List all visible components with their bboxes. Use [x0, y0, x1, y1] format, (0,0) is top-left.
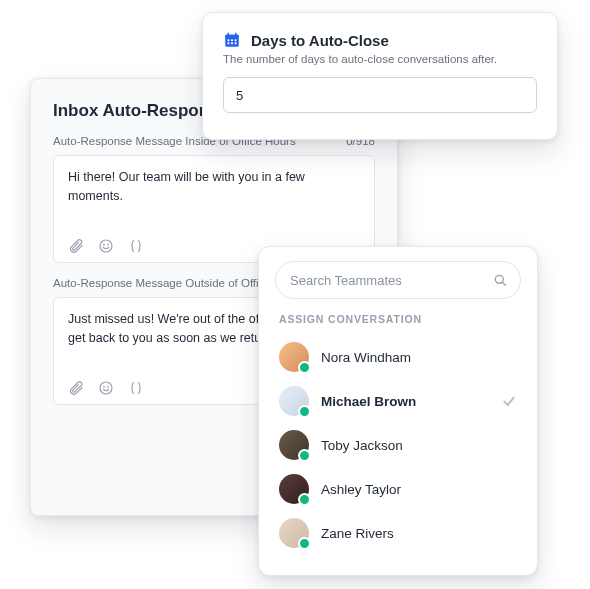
inside-hours-message[interactable]: Hi there! Our team will be with you in a… [68, 168, 360, 206]
teammate-row[interactable]: Toby Jackson [275, 423, 521, 467]
svg-rect-12 [235, 39, 237, 41]
svg-line-17 [502, 282, 505, 285]
teammate-row[interactable]: Nora Windham [275, 335, 521, 379]
svg-rect-10 [228, 39, 230, 41]
assign-conversation-popover: ASSIGN CONVERSATION Nora Windham Michael… [258, 246, 538, 576]
svg-point-3 [100, 382, 112, 394]
teammate-row[interactable]: Michael Brown [275, 379, 521, 423]
variable-icon[interactable] [128, 380, 144, 396]
avatar [279, 430, 309, 460]
teammate-name: Zane Rivers [321, 526, 394, 541]
teammate-name: Toby Jackson [321, 438, 403, 453]
search-teammates[interactable] [275, 261, 521, 299]
inside-hours-field: Auto-Response Message Inside of Office H… [53, 135, 375, 263]
calendar-icon [223, 31, 241, 49]
svg-rect-11 [231, 39, 233, 41]
svg-point-5 [108, 386, 109, 387]
avatar [279, 386, 309, 416]
svg-rect-8 [228, 33, 230, 37]
svg-point-0 [100, 240, 112, 252]
svg-rect-9 [235, 33, 237, 37]
avatar [279, 342, 309, 372]
search-icon[interactable] [492, 272, 508, 288]
auto-close-description: The number of days to auto-close convers… [223, 53, 537, 65]
svg-rect-7 [225, 35, 239, 38]
auto-close-card: Days to Auto-Close The number of days to… [202, 12, 558, 140]
teammate-list: Nora Windham Michael Brown Toby Jackson … [275, 335, 521, 555]
avatar [279, 474, 309, 504]
avatar [279, 518, 309, 548]
svg-rect-14 [231, 42, 233, 44]
emoji-icon[interactable] [98, 238, 114, 254]
attach-icon[interactable] [68, 238, 84, 254]
popover-section-label: ASSIGN CONVERSATION [279, 313, 519, 325]
svg-point-1 [104, 244, 105, 245]
check-icon [501, 393, 517, 409]
svg-rect-13 [228, 42, 230, 44]
svg-point-4 [104, 386, 105, 387]
svg-point-2 [108, 244, 109, 245]
teammate-name: Michael Brown [321, 394, 416, 409]
teammate-name: Nora Windham [321, 350, 411, 365]
auto-close-title: Days to Auto-Close [251, 32, 389, 49]
variable-icon[interactable] [128, 238, 144, 254]
teammate-row[interactable]: Ashley Taylor [275, 467, 521, 511]
emoji-icon[interactable] [98, 380, 114, 396]
teammate-name: Ashley Taylor [321, 482, 401, 497]
auto-close-input[interactable] [223, 77, 537, 113]
teammate-row[interactable]: Zane Rivers [275, 511, 521, 555]
attach-icon[interactable] [68, 380, 84, 396]
search-teammates-input[interactable] [288, 272, 492, 289]
svg-rect-15 [235, 42, 237, 44]
